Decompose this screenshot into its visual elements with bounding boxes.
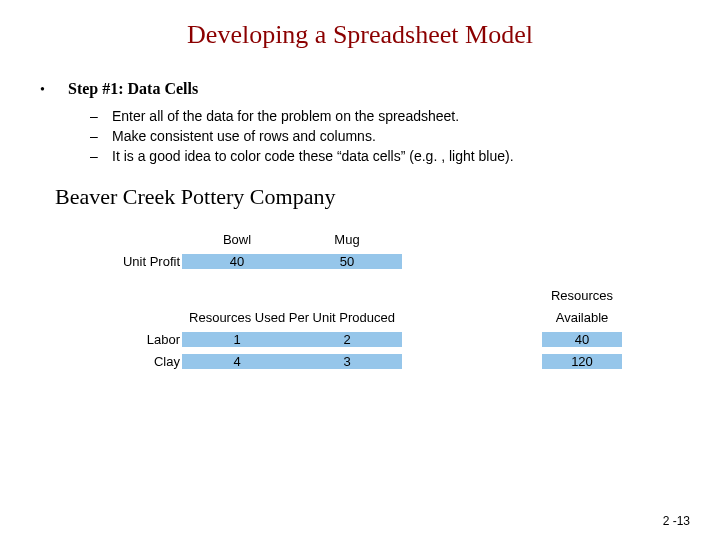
dash-icon: – — [90, 108, 112, 124]
unit-profit-row: Unit Profit 40 50 — [110, 250, 690, 272]
resources-header: Resources — [542, 288, 622, 303]
header-row: Bowl Mug — [110, 228, 690, 250]
clay-available: 120 — [542, 354, 622, 369]
sub-bullet: – It is a good idea to color code these … — [90, 148, 690, 164]
slide: Developing a Spreadsheet Model • Step #1… — [0, 0, 720, 540]
labor-label: Labor — [110, 332, 182, 347]
clay-row: Clay 4 3 120 — [110, 350, 690, 372]
clay-mug: 3 — [292, 354, 402, 369]
col-header-mug: Mug — [292, 232, 402, 247]
page-number: 2 -13 — [663, 514, 690, 528]
resources-used-header: Resources Used Per Unit Produced — [182, 310, 402, 325]
unit-profit-bowl: 40 — [182, 254, 292, 269]
unit-profit-label: Unit Profit — [110, 254, 182, 269]
unit-profit-mug: 50 — [292, 254, 402, 269]
labor-bowl: 1 — [182, 332, 292, 347]
step-label: Step #1: Data Cells — [68, 80, 198, 98]
clay-label: Clay — [110, 354, 182, 369]
dash-icon: – — [90, 148, 112, 164]
dash-icon: – — [90, 128, 112, 144]
labor-row: Labor 1 2 40 — [110, 328, 690, 350]
step-sub-list: – Enter all of the data for the problem … — [90, 108, 690, 164]
labor-mug: 2 — [292, 332, 402, 347]
spreadsheet: Bowl Mug Unit Profit 40 50 Resources Res… — [110, 228, 690, 372]
spacer — [110, 272, 690, 284]
step-bullet: • Step #1: Data Cells — [40, 80, 690, 98]
resources-header-row-2: Resources Used Per Unit Produced Availab… — [110, 306, 690, 328]
available-header: Available — [542, 310, 622, 325]
sub-bullet: – Make consistent use of rows and column… — [90, 128, 690, 144]
bullet-icon: • — [40, 80, 68, 98]
sub-text: It is a good idea to color code these “d… — [112, 148, 514, 164]
company-name: Beaver Creek Pottery Company — [55, 184, 690, 210]
page-title: Developing a Spreadsheet Model — [30, 20, 690, 50]
resources-header-row-1: Resources — [110, 284, 690, 306]
sub-text: Enter all of the data for the problem on… — [112, 108, 459, 124]
sub-text: Make consistent use of rows and columns. — [112, 128, 376, 144]
labor-available: 40 — [542, 332, 622, 347]
sub-bullet: – Enter all of the data for the problem … — [90, 108, 690, 124]
col-header-bowl: Bowl — [182, 232, 292, 247]
clay-bowl: 4 — [182, 354, 292, 369]
